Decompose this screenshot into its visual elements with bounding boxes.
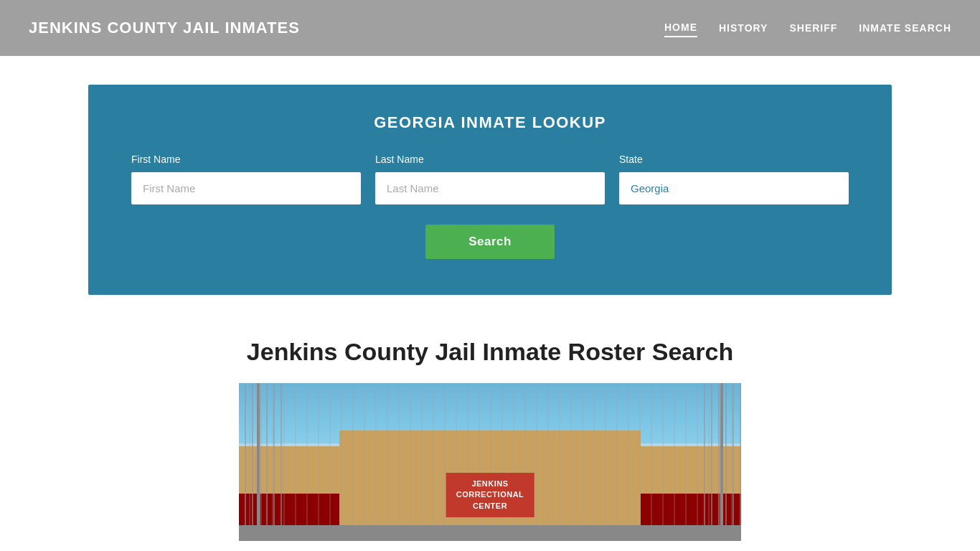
last-name-field: Last Name (375, 154, 605, 204)
fence-overlay (239, 383, 741, 541)
lookup-title: GEORGIA INMATE LOOKUP (131, 113, 849, 132)
nav-inmate-search[interactable]: INMATE SEARCH (859, 19, 951, 37)
search-btn-row: Search (131, 225, 849, 259)
jail-image: JENKINS CORRECTIONAL CENTER (239, 383, 741, 541)
state-field: State (619, 154, 849, 204)
lookup-section: GEORGIA INMATE LOOKUP First Name Last Na… (88, 85, 892, 295)
first-name-label: First Name (131, 154, 361, 165)
nav-history[interactable]: HISTORY (719, 19, 768, 37)
main-nav: HOME HISTORY SHERIFF INMATE SEARCH (664, 19, 951, 37)
search-button[interactable]: Search (425, 225, 555, 259)
content-section: Jenkins County Jail Inmate Roster Search… (88, 324, 892, 541)
content-heading: Jenkins County Jail Inmate Roster Search (103, 338, 877, 366)
jail-image-container: JENKINS CORRECTIONAL CENTER (239, 383, 741, 541)
last-name-input[interactable] (375, 172, 605, 204)
first-name-field: First Name (131, 154, 361, 204)
nav-home[interactable]: HOME (664, 19, 697, 37)
jail-ground (239, 525, 741, 541)
last-name-label: Last Name (375, 154, 605, 165)
first-name-input[interactable] (131, 172, 361, 204)
state-input[interactable] (619, 172, 849, 204)
nav-sheriff[interactable]: SHERIFF (789, 19, 837, 37)
site-title: JENKINS COUNTY JAIL INMATES (29, 19, 300, 37)
site-header: JENKINS COUNTY JAIL INMATES HOME HISTORY… (0, 0, 980, 56)
state-label: State (619, 154, 849, 165)
jail-sign: JENKINS CORRECTIONAL CENTER (446, 473, 534, 517)
form-row: First Name Last Name State (131, 154, 849, 204)
